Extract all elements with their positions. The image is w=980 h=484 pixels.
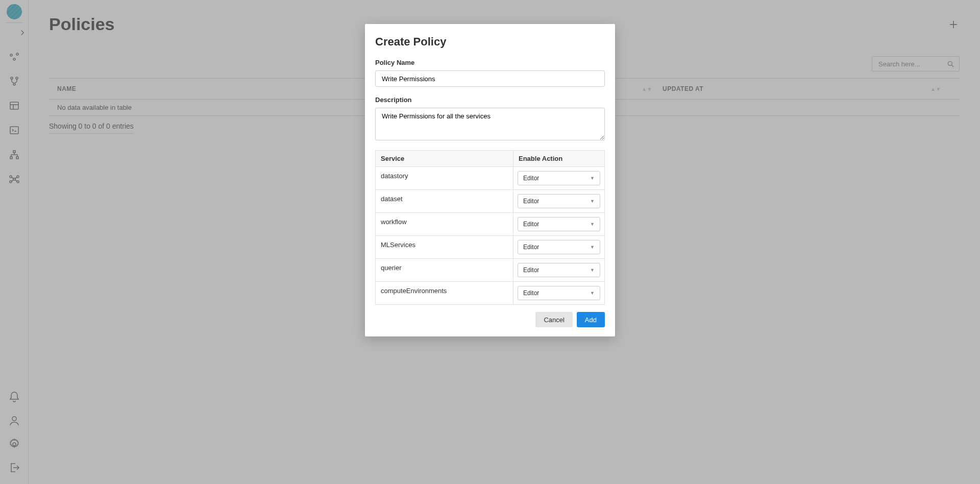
service-name: MLServices: [376, 236, 513, 259]
caret-down-icon: ▼: [590, 199, 595, 204]
service-name: querier: [376, 259, 513, 282]
service-name: computeEnvironments: [376, 282, 513, 305]
dropdown-value: Editor: [523, 244, 539, 251]
service-row: MLServicesEditor▼: [376, 236, 605, 259]
description-textarea[interactable]: [375, 108, 605, 140]
svc-header-action: Enable Action: [513, 151, 605, 167]
policy-name-input[interactable]: [375, 70, 605, 87]
add-button[interactable]: Add: [577, 312, 605, 327]
svc-header-service: Service: [376, 151, 513, 167]
cancel-button[interactable]: Cancel: [535, 312, 572, 327]
service-row: querierEditor▼: [376, 259, 605, 282]
action-dropdown[interactable]: Editor▼: [518, 240, 600, 254]
dropdown-value: Editor: [523, 175, 539, 182]
modal-title: Create Policy: [375, 35, 605, 49]
service-row: datastoryEditor▼: [376, 167, 605, 190]
caret-down-icon: ▼: [590, 268, 595, 273]
caret-down-icon: ▼: [590, 222, 595, 227]
services-table: Service Enable Action datastoryEditor▼da…: [375, 150, 605, 305]
service-row: workflowEditor▼: [376, 213, 605, 236]
dropdown-value: Editor: [523, 221, 539, 228]
service-row: computeEnvironmentsEditor▼: [376, 282, 605, 305]
service-name: datastory: [376, 167, 513, 190]
action-dropdown[interactable]: Editor▼: [518, 263, 600, 277]
action-dropdown[interactable]: Editor▼: [518, 217, 600, 231]
create-policy-modal: Create Policy Policy Name Description Se…: [365, 24, 615, 336]
dropdown-value: Editor: [523, 198, 539, 205]
service-row: datasetEditor▼: [376, 190, 605, 213]
service-name: workflow: [376, 213, 513, 236]
dropdown-value: Editor: [523, 289, 539, 297]
description-label: Description: [375, 96, 605, 104]
caret-down-icon: ▼: [590, 245, 595, 250]
action-dropdown[interactable]: Editor▼: [518, 194, 600, 208]
service-name: dataset: [376, 190, 513, 213]
action-dropdown[interactable]: Editor▼: [518, 171, 600, 185]
action-dropdown[interactable]: Editor▼: [518, 286, 600, 300]
policy-name-label: Policy Name: [375, 59, 605, 66]
caret-down-icon: ▼: [590, 291, 595, 296]
caret-down-icon: ▼: [590, 176, 595, 181]
dropdown-value: Editor: [523, 267, 539, 274]
